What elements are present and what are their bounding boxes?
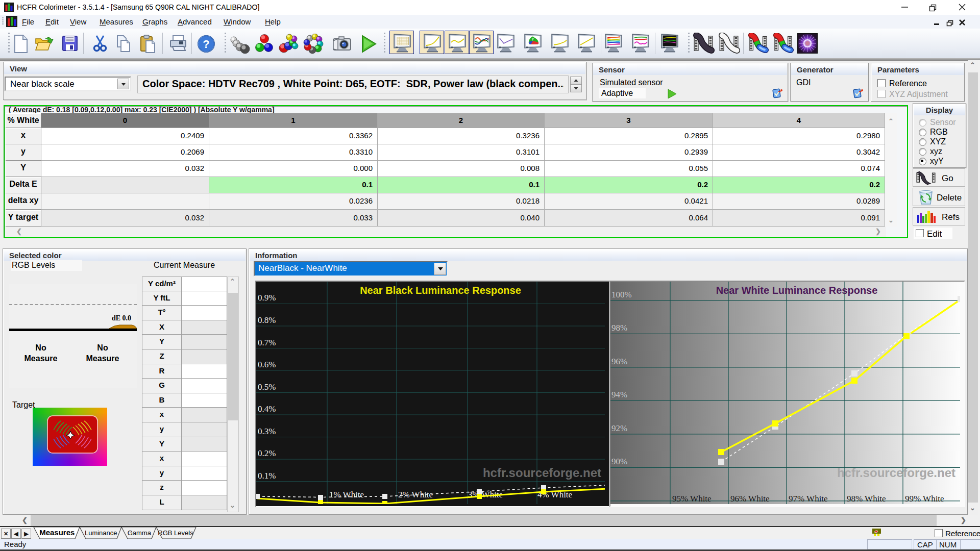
svg-text:hcfr.sourceforge.net: hcfr.sourceforge.net <box>837 466 955 480</box>
svg-text:0.5%: 0.5% <box>258 382 276 392</box>
svg-text:Near Black Luminance Response: Near Black Luminance Response <box>360 285 521 296</box>
svg-text:97% White: 97% White <box>789 494 828 504</box>
svg-text:96%: 96% <box>611 357 627 366</box>
svg-text:96% White: 96% White <box>730 494 770 504</box>
svg-text:98% White: 98% White <box>847 494 886 504</box>
svg-text:0.1%: 0.1% <box>258 471 276 481</box>
svg-text:0.4%: 0.4% <box>258 404 276 414</box>
svg-text:RGB Levels: RGB Levels <box>158 529 193 537</box>
svg-text:100%: 100% <box>611 290 632 299</box>
svg-text:0.7%: 0.7% <box>258 338 276 347</box>
svg-text:94%: 94% <box>611 390 627 399</box>
svg-text:0.3%: 0.3% <box>258 427 276 436</box>
svg-text:90%: 90% <box>611 457 627 466</box>
svg-text:99% White: 99% White <box>905 494 944 504</box>
svg-text:0.9%: 0.9% <box>258 293 276 303</box>
svg-text:Gamma: Gamma <box>128 529 152 537</box>
svg-text:0.2%: 0.2% <box>258 448 276 458</box>
svg-text:hcfr.sourceforge.net: hcfr.sourceforge.net <box>483 466 601 480</box>
svg-text:Near White Luminance Response: Near White Luminance Response <box>716 285 878 296</box>
svg-text:1% White: 1% White <box>329 490 364 499</box>
svg-text:0.8%: 0.8% <box>258 315 276 325</box>
svg-text:95% White: 95% White <box>672 494 712 504</box>
svg-text:0.6%: 0.6% <box>258 360 276 369</box>
svg-text:92%: 92% <box>611 423 627 433</box>
svg-text:98%: 98% <box>611 323 627 333</box>
svg-text:Luminance: Luminance <box>85 529 117 537</box>
svg-text:?: ? <box>203 38 209 51</box>
svg-text:Measures: Measures <box>39 528 75 537</box>
